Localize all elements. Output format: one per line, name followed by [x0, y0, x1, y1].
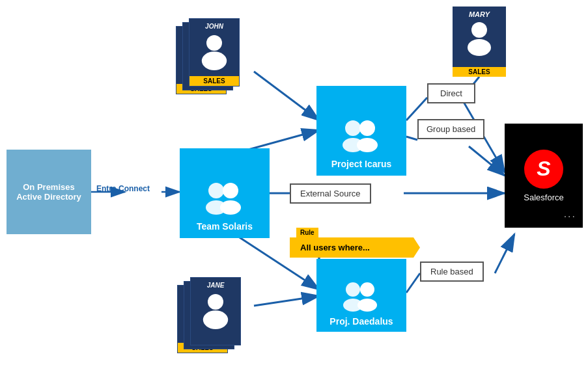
svg-point-42	[208, 294, 223, 310]
svg-point-37	[468, 39, 491, 56]
external-source-box: External Source	[290, 183, 371, 204]
team-solaris-box: Team Solaris	[180, 148, 270, 238]
on-premises-label: On Premises Active Directory	[12, 182, 86, 202]
group-based-label: Group based	[427, 124, 475, 134]
user-card-jane-name: JANE	[207, 282, 225, 289]
svg-line-15	[406, 273, 420, 293]
svg-point-24	[208, 183, 224, 198]
salesforce-logo: S	[524, 150, 563, 189]
project-icarus-label: Project Icarus	[331, 159, 392, 169]
svg-point-31	[357, 138, 378, 152]
svg-point-23	[202, 51, 227, 70]
mary-sales-badge: SALES	[453, 67, 506, 77]
team-solaris-label: Team Solaris	[197, 221, 253, 232]
group-based-box: Group based	[417, 119, 484, 139]
entra-connect-label: Entra Connect	[96, 184, 150, 193]
svg-line-12	[406, 137, 417, 140]
svg-point-30	[359, 120, 375, 136]
svg-line-16	[495, 234, 514, 273]
salesforce-dots: ···	[564, 211, 576, 222]
svg-point-36	[471, 22, 487, 38]
user-card-john-name: JOHN	[205, 23, 223, 30]
rule-based-box: Rule based	[420, 262, 484, 282]
svg-point-28	[345, 120, 361, 136]
rule-banner: Rule All users where...	[290, 228, 420, 258]
salesforce-label: Salesforce	[524, 193, 563, 202]
diagram-container: On Premises Active Directory Entra Conne…	[0, 0, 588, 376]
svg-point-32	[346, 282, 360, 297]
external-source-label: External Source	[300, 189, 361, 198]
svg-point-27	[220, 200, 241, 215]
mary-card: MARY SALES	[453, 7, 506, 77]
svg-point-34	[360, 282, 374, 297]
rule-tag-label: Rule	[296, 228, 318, 237]
rule-based-label: Rule based	[430, 267, 473, 276]
rule-description: All users where...	[290, 237, 420, 258]
svg-point-35	[357, 299, 377, 312]
svg-line-4	[254, 72, 319, 120]
direct-box: Direct	[427, 83, 475, 103]
direct-label: Direct	[440, 88, 462, 98]
svg-line-9	[254, 296, 319, 306]
on-premises-box: On Premises Active Directory	[7, 150, 91, 234]
svg-point-26	[223, 183, 238, 198]
user-card-john: JOHN SALES	[189, 18, 240, 87]
project-icarus-box: Project Icarus	[316, 86, 406, 176]
svg-line-10	[406, 98, 427, 120]
user-card-john-badge: SALES	[189, 76, 239, 86]
svg-point-22	[206, 35, 222, 51]
mary-name: MARY	[469, 10, 490, 18]
svg-point-43	[203, 310, 228, 329]
svg-line-13	[469, 146, 505, 176]
salesforce-box: S Salesforce ···	[505, 124, 583, 228]
user-card-jane: JANE	[190, 277, 241, 345]
rule-description-text: All users where...	[300, 243, 370, 252]
proj-daedalus-label: Proj. Daedalus	[329, 316, 393, 327]
proj-daedalus-box: Proj. Daedalus	[316, 259, 406, 332]
